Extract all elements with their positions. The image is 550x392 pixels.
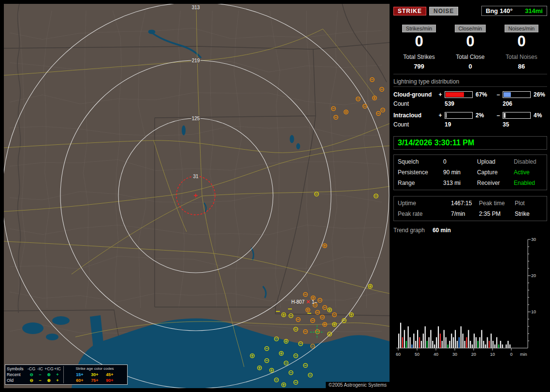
upload-status: Disabled — [514, 158, 543, 165]
strikes-per-min-value: 0 — [393, 33, 445, 50]
distribution-section: Lightning type distribution Cloud-ground… — [393, 78, 547, 130]
age-75: 75+ — [87, 378, 102, 383]
trend-axes — [396, 239, 528, 348]
total-strikes-label: Total Strikes — [393, 54, 445, 60]
trend-label: Trend graph — [393, 227, 425, 234]
ic-plus-pct: 2% — [474, 112, 494, 119]
y-tick-10: 10 — [531, 309, 536, 314]
age-45: 45+ — [102, 372, 117, 378]
x-tick-30: 30 — [452, 352, 457, 357]
x-tick-60: 60 — [396, 352, 401, 357]
noise-indicator[interactable]: NOISE — [429, 7, 458, 15]
legend-col-pos-ic: +IC — [53, 366, 62, 372]
trend-window: 60 min — [433, 227, 451, 234]
peakrate-label: Peak rate — [398, 210, 451, 217]
receiver-label: Receiver — [477, 180, 514, 186]
x-tick-10: 10 — [490, 352, 495, 357]
bearing-value: Bng 140° — [486, 7, 513, 14]
capture-label: Capture — [477, 169, 514, 176]
age-60: 60+ — [72, 378, 87, 383]
recent-pos-ic-icon: + — [53, 372, 62, 378]
map-area[interactable]: H-807 1– 313 219 125 31 Symbols -CG -IC … — [4, 4, 390, 388]
stats-panel: Uptime 1467:15 Peak time Plot Peak rate … — [393, 196, 547, 221]
trend-bars — [398, 323, 510, 349]
storm-id-label: H-807 — [291, 299, 305, 305]
noises-per-min-value: 0 — [496, 33, 547, 50]
range-value: 314mi — [525, 7, 543, 14]
squelch-value: 0 — [443, 158, 477, 165]
ic-minus-bar — [503, 112, 531, 119]
total-noises-value: 86 — [496, 63, 547, 70]
indicator-row: STRIKE NOISE Bng 140° 314mi — [393, 6, 547, 16]
range-setting-value: 313 mi — [443, 180, 477, 186]
old-pos-ic-icon: + — [53, 378, 62, 383]
x-tick-0: 0 — [510, 352, 512, 357]
ring-label-31: 31 — [193, 174, 199, 179]
strikes-per-min-chip[interactable]: Strikes/min — [402, 25, 436, 32]
total-strikes-value: 799 — [393, 63, 445, 70]
plot-label: Plot — [515, 200, 543, 207]
x-tick-40: 40 — [434, 352, 438, 357]
strike-legend: Symbols -CG -IC +CG +IC Strike age color… — [5, 364, 128, 385]
squelch-label: Squelch — [398, 158, 443, 165]
total-close-label: Total Close — [445, 54, 496, 60]
strike-indicator[interactable]: STRIKE — [393, 7, 426, 15]
cg-minus-bar — [503, 91, 531, 98]
total-close-value: 0 — [445, 63, 496, 70]
recent-pos-cg-icon: ⊕ — [44, 372, 53, 378]
ic-minus-fill — [504, 113, 506, 118]
range-setting-label: Range — [398, 180, 443, 186]
cloud-ground-row: Cloud-ground + 67% – 26% — [393, 91, 547, 98]
persistence-label: Persistence — [398, 169, 443, 176]
bearing-range-box: Bng 140° 314mi — [481, 6, 547, 16]
ic-plus-bar — [445, 112, 473, 119]
capture-status: Active — [514, 169, 543, 176]
cg-plus-pct: 67% — [474, 91, 494, 98]
old-neg-ic-icon: − — [36, 378, 44, 383]
recent-neg-ic-icon: − — [36, 372, 44, 378]
old-pos-cg-icon: ⊕ — [44, 378, 53, 383]
ic-count-label: Count — [393, 121, 436, 128]
trend-header: Trend graph 60 min — [393, 227, 547, 234]
ic-minus-count: 35 — [503, 121, 531, 128]
legend-col-neg-ic: -IC — [36, 366, 44, 372]
plot-value: Strike — [515, 210, 543, 217]
ic-plus-fill — [446, 113, 447, 118]
separator — [393, 74, 547, 74]
receiver-status: Enabled — [514, 180, 543, 186]
persistence-value: 90 min — [443, 169, 477, 176]
noises-per-min-chip[interactable]: Noises/min — [505, 25, 538, 32]
legend-col-pos-cg: +CG — [44, 366, 53, 372]
ic-plus-count: 19 — [445, 121, 473, 128]
intracloud-row: Intracloud + 2% – 4% — [393, 112, 547, 119]
cg-minus-fill — [504, 92, 511, 97]
lightning-map[interactable]: H-807 1– 313 219 125 31 — [4, 4, 390, 388]
cg-minus-pct: 26% — [532, 91, 547, 98]
legend-header-row: Symbols -CG -IC +CG +IC Strike age color… — [7, 366, 126, 372]
age-90: 90+ — [102, 378, 117, 383]
datetime-display: 3/14/2026 3:30:11 PM — [393, 136, 547, 150]
y-tick-20: 20 — [531, 273, 536, 278]
uptime-label: Uptime — [398, 200, 451, 207]
distribution-title: Lightning type distribution — [393, 78, 547, 87]
old-age-codes: 60+ 75+ 90+ — [63, 378, 126, 383]
legend-recent-label: Recent — [7, 372, 27, 378]
old-neg-cg-icon: ⊖ — [27, 378, 36, 383]
ring-label-219: 219 — [192, 58, 200, 63]
peakrate-value: 7/min — [451, 210, 479, 217]
legend-age-header: Strike age color codes — [63, 366, 126, 372]
legend-recent-row: Recent ⊖ − ⊕ + 15+ 30+ 45+ — [7, 372, 126, 378]
intracloud-label: Intracloud — [393, 112, 436, 119]
minus-sign: – — [495, 112, 502, 119]
intracloud-count-row: Count 19 35 — [393, 121, 547, 128]
ring-label-125: 125 — [192, 116, 200, 121]
legend-old-label: Old — [7, 378, 27, 383]
plus-sign: + — [437, 112, 444, 119]
close-per-min-chip[interactable]: Close/min — [455, 25, 486, 32]
cg-plus-count: 539 — [445, 100, 473, 107]
y-tick-30: 30 — [531, 237, 536, 242]
age-30: 30+ — [87, 372, 102, 378]
rate-counters: Strikes/min Close/min Noises/min 0 0 0 T… — [393, 24, 547, 70]
app-window: H-807 1– 313 219 125 31 Symbols -CG -IC … — [0, 0, 550, 392]
legend-old-row: Old ⊖ − ⊕ + 60+ 75+ 90+ — [7, 378, 126, 383]
